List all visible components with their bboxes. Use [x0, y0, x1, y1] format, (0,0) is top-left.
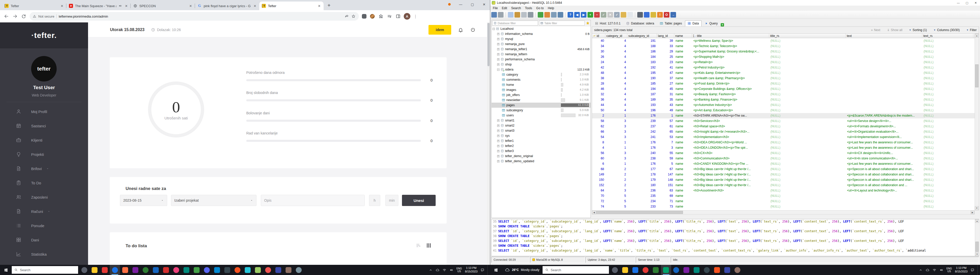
taskbar-app-icon[interactable] [273, 265, 283, 275]
last-icon[interactable]: ▶ [581, 12, 587, 17]
adblocker-icon[interactable] [362, 14, 366, 19]
tree-row[interactable]: home4.9 KiB [492, 82, 590, 87]
table-row[interactable]: 62323761name<h3>Retail space</h3>(NULL)<… [592, 124, 975, 129]
insert-row-icon[interactable]: + [587, 12, 593, 17]
action-center-icon[interactable] [480, 268, 484, 272]
language-indicator[interactable]: ENGUS [456, 267, 462, 273]
tree-row[interactable]: +performance_schema [492, 57, 590, 62]
table-row[interactable]: 26418425name<p>Shopping Mall</p>(NULL)(N… [592, 54, 975, 60]
tree-row[interactable]: +tefter_demo_original [492, 153, 590, 159]
sidebar-item-računi[interactable]: Računi [0, 204, 88, 218]
expand-icon[interactable]: + [497, 119, 500, 122]
tree-row[interactable]: +nemanja_pure [492, 41, 590, 47]
collapse-icon[interactable]: − [497, 68, 500, 71]
scroll-up-icon[interactable]: ▲ [975, 219, 979, 223]
table-filter-input[interactable]: Table filter [539, 21, 585, 25]
expand-icon[interactable]: + [497, 150, 500, 152]
scrollbar-thumb[interactable] [975, 65, 978, 87]
sql-log-scrollbar[interactable]: ▲ ▼ [975, 219, 979, 256]
paste-icon[interactable] [514, 12, 520, 17]
expand-icon[interactable]: + [497, 43, 500, 45]
taskbar-app-icon[interactable] [161, 265, 171, 275]
sidebar-item-brifovi[interactable]: Brifovi [0, 161, 88, 176]
action-center-icon[interactable] [970, 268, 974, 272]
back-icon[interactable] [3, 14, 9, 19]
taskbar-app-icon[interactable] [120, 265, 130, 275]
taskbar-app-icon[interactable] [222, 265, 232, 275]
favorites-star-icon[interactable] [586, 21, 590, 25]
open-file-icon[interactable] [620, 12, 626, 17]
tab-close-button[interactable]: ✕ [253, 3, 257, 8]
scrollbar-thumb[interactable] [975, 242, 979, 252]
bookmark-star-icon[interactable] [351, 14, 356, 19]
table-row[interactable]: 611765name<h3>CANDY KINGDOM</h3><p>The .… [592, 161, 975, 166]
browser-tab[interactable]: TTefter✕ [2, 2, 66, 10]
tree-row[interactable]: +tefter2 [492, 143, 590, 149]
taskbar-app-icon[interactable] [641, 265, 651, 275]
show-desktop-button[interactable] [487, 265, 489, 275]
expand-icon[interactable]: + [497, 130, 500, 132]
expand-icon[interactable]: + [497, 160, 500, 163]
tree-row[interactable]: −Localhost [492, 26, 590, 31]
table-row[interactable]: 811767name<h3>IDEA ORGANIC</h3><p>World … [592, 140, 975, 145]
print-icon[interactable] [528, 12, 533, 17]
browser-tab[interactable]: The Main Squeeze - "Have a✕ [66, 2, 130, 10]
show-all-button[interactable]: ⇓Show all [887, 28, 902, 32]
user-manager-icon[interactable] [544, 12, 550, 17]
column-header-subcategory_id[interactable]: subcategory_id [627, 33, 657, 38]
tab-audio-icon[interactable] [118, 4, 122, 8]
tab-close-button[interactable]: ✕ [188, 3, 193, 8]
taskbar-app-icon[interactable] [732, 265, 743, 275]
browser-tab[interactable]: SPECCON✕ [130, 2, 195, 10]
browser-tab[interactable]: TTefter✕ [259, 2, 324, 10]
tree-row[interactable]: +smart2 [492, 123, 590, 128]
tree-row[interactable]: +mysql [492, 36, 590, 41]
connect-icon[interactable] [491, 12, 497, 17]
taskbar-clock[interactable]: 1:13 PM8/15/2023 [465, 266, 477, 273]
table-row[interactable]: 211761name<h3>STARK ARENA</h3><p>The sw.… [592, 113, 975, 119]
not-secure-warning-icon[interactable] [33, 14, 36, 18]
sidebar-item-moj-profil[interactable]: Moj Profil [0, 104, 88, 119]
onedrive-icon[interactable] [926, 268, 929, 272]
taskbar-app-icon[interactable] [130, 265, 140, 275]
idem-button[interactable]: idem [428, 25, 451, 35]
taskbar-app-icon[interactable] [232, 265, 242, 275]
taskbar-app-icon[interactable] [191, 265, 202, 275]
scroll-up-icon[interactable]: ▲ [975, 34, 979, 38]
minimize-button[interactable]: — [455, 0, 466, 9]
expand-icon[interactable]: + [497, 38, 500, 40]
taskbar-app-icon[interactable] [661, 265, 671, 275]
scroll-down-icon[interactable]: ▼ [975, 252, 979, 256]
description-input[interactable] [261, 195, 365, 206]
tray-expand-icon[interactable] [429, 268, 433, 272]
minimize-button[interactable]: — [954, 0, 963, 6]
expand-icon[interactable]: + [497, 48, 500, 51]
apply-icon[interactable]: ✓ [614, 12, 620, 17]
tree-row[interactable]: +nemanja_tefter1458.6 KiB [492, 47, 590, 52]
column-header-id[interactable]: id [592, 33, 605, 38]
taskbar-app-icon[interactable] [89, 265, 100, 275]
taskbar-app-icon[interactable] [110, 265, 120, 275]
tree-row[interactable]: +nemanja_teftern [492, 52, 590, 57]
sidebar-item-zaposleni[interactable]: Zaposleni [0, 190, 88, 204]
expand-icon[interactable]: + [497, 145, 500, 147]
column-header-title[interactable]: ZA↓title [692, 33, 769, 38]
profile-avatar[interactable]: A [404, 13, 410, 20]
tab-host[interactable]: Host: 127.0.0.1 [592, 21, 623, 27]
table-row[interactable]: 24418323name<p>Retail</p>(NULL)(NULL) [592, 60, 975, 65]
reload-icon[interactable] [21, 14, 27, 19]
taskbar-app-icon[interactable] [242, 265, 253, 275]
weather-widget[interactable]: 26°CMostly cloudy [502, 267, 542, 272]
sidebar-item-sastanci[interactable]: Sastanci [0, 119, 88, 133]
bell-icon[interactable] [458, 27, 463, 33]
tree-row[interactable]: images4.2 KiB [492, 87, 590, 92]
table-row[interactable]: 36418935name<p>Banking &amp; Finance</p>… [592, 97, 975, 102]
expand-icon[interactable]: + [497, 155, 500, 157]
table-row[interactable]: 54324153name<h3>Implementation</h3>(NULL… [592, 134, 975, 140]
scroll-down-icon[interactable]: ▼ [975, 206, 979, 210]
tree-row[interactable]: category2.3 KiB [492, 72, 590, 77]
taskbar-app-icon[interactable] [100, 265, 110, 275]
menu-file[interactable]: File [491, 6, 500, 10]
tree-row[interactable]: +tefter_demo_updated [492, 159, 590, 164]
tray-expand-icon[interactable] [919, 268, 923, 272]
